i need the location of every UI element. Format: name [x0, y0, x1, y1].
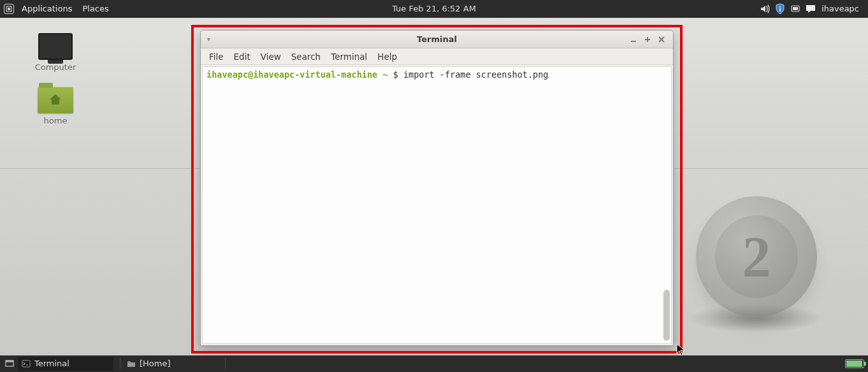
network-icon[interactable] — [790, 3, 801, 15]
user-menu[interactable]: ihaveapc — [820, 0, 864, 18]
svg-rect-8 — [6, 361, 13, 362]
cursor-icon — [676, 343, 685, 355]
terminal-output[interactable]: ihaveapc@ihaveapc-virtual-machine ~ $ im… — [202, 66, 672, 344]
window-title: Terminal — [417, 34, 457, 44]
task-divider — [225, 358, 226, 369]
svg-rect-5 — [793, 7, 798, 10]
titlebar[interactable]: ▾ Terminal — [201, 31, 673, 48]
command-text: import -frame screenshot.png — [403, 69, 549, 80]
chat-icon[interactable] — [805, 3, 816, 15]
prompt-user-host: ihaveapc@ihaveapc-virtual-machine — [206, 69, 377, 80]
maximize-button[interactable] — [642, 34, 653, 45]
menu-view[interactable]: View — [256, 48, 286, 65]
prompt-symbol: $ — [393, 69, 403, 80]
bottom-panel: Terminal[Home] — [0, 355, 868, 372]
terminal-icon — [22, 359, 31, 368]
svg-rect-10 — [127, 361, 130, 362]
folder-icon — [38, 87, 73, 113]
desktop[interactable]: 2 Computer home ▾ Terminal — [0, 18, 868, 355]
volume-icon[interactable] — [759, 3, 770, 15]
menu-help[interactable]: Help — [373, 48, 401, 65]
distro-logo-icon[interactable] — [4, 4, 14, 14]
svg-rect-1 — [8, 8, 10, 10]
menubar: FileEditViewSearchTerminalHelp — [201, 48, 673, 65]
svg-point-2 — [779, 6, 781, 8]
terminal-window[interactable]: ▾ Terminal FileEditViewSearchTerminalHel… — [200, 30, 674, 346]
top-panel: Applications Places Tue Feb 21, 6:52 AM … — [0, 0, 868, 18]
close-button[interactable] — [656, 34, 667, 45]
places-menu[interactable]: Places — [77, 0, 113, 18]
desktop-icon-computer[interactable]: Computer — [27, 33, 84, 72]
window-menu-handle[interactable]: ▾ — [201, 36, 210, 43]
applications-menu[interactable]: Applications — [17, 0, 77, 18]
distro-watermark: 2 — [696, 196, 817, 317]
desktop-icon-home[interactable]: home — [27, 87, 84, 125]
task-label: [Home] — [140, 357, 171, 371]
svg-rect-9 — [22, 361, 30, 367]
scrollbar[interactable] — [663, 290, 670, 341]
menu-terminal[interactable]: Terminal — [326, 48, 372, 65]
menu-file[interactable]: File — [205, 48, 228, 65]
menu-search[interactable]: Search — [287, 48, 325, 65]
monitor-icon — [38, 33, 73, 60]
desktop-icon-label: home — [27, 116, 84, 125]
task-label: Terminal — [34, 357, 69, 371]
svg-rect-6 — [631, 41, 636, 42]
info-shield-icon[interactable] — [774, 3, 786, 15]
battery-icon[interactable] — [845, 359, 864, 368]
task-divider — [120, 358, 120, 369]
clock[interactable]: Tue Feb 21, 6:52 AM — [392, 0, 476, 18]
menu-edit[interactable]: Edit — [229, 48, 255, 65]
task-home[interactable]: [Home] — [123, 357, 219, 371]
desktop-icon-label: Computer — [27, 62, 84, 72]
minimize-button[interactable] — [628, 34, 639, 45]
prompt-path: ~ — [382, 69, 387, 80]
show-desktop-icon[interactable] — [4, 358, 15, 369]
task-terminal[interactable]: Terminal — [18, 357, 113, 371]
svg-rect-3 — [779, 8, 781, 11]
folder-icon — [127, 359, 136, 368]
